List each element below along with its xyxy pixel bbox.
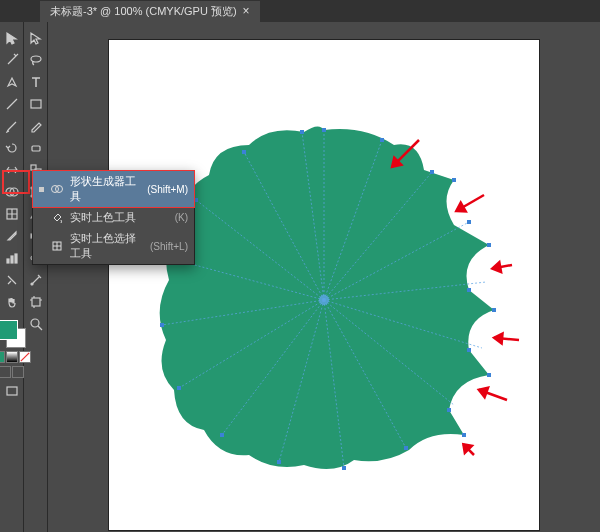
gradient-mode[interactable] [6, 351, 18, 363]
selection-tool[interactable] [2, 28, 22, 48]
toolbar-left [0, 22, 24, 532]
column-graph-tool[interactable] [2, 248, 22, 268]
rotate-tool[interactable] [2, 138, 22, 158]
symbol-sprayer-tool[interactable] [26, 270, 46, 290]
svg-point-23 [31, 319, 39, 327]
document-tab[interactable]: 未标题-3* @ 100% (CMYK/GPU 预览) × [40, 1, 260, 22]
paint-select-icon [50, 239, 64, 253]
svg-rect-60 [467, 220, 471, 224]
fill-stroke-swatch[interactable] [0, 320, 26, 348]
svg-rect-43 [380, 138, 384, 142]
svg-rect-51 [342, 466, 346, 470]
type-tool[interactable] [26, 72, 46, 92]
magic-wand-tool[interactable] [2, 50, 22, 70]
none-mode[interactable] [19, 351, 31, 363]
artboard-tool[interactable] [26, 292, 46, 312]
svg-rect-54 [177, 386, 181, 390]
svg-rect-4 [11, 256, 13, 263]
menu-label: 形状生成器工具 [70, 174, 141, 204]
svg-point-21 [31, 283, 33, 285]
pencil-tool[interactable] [26, 116, 46, 136]
direct-selection-tool[interactable] [26, 28, 46, 48]
tab-title: 未标题-3* @ 100% (CMYK/GPU 预览) [50, 4, 237, 19]
hand-tool[interactable] [2, 292, 22, 312]
menu-label: 实时上色选择工具 [70, 231, 144, 261]
close-icon[interactable]: × [243, 4, 250, 18]
zoom-tool[interactable] [26, 314, 46, 334]
svg-rect-63 [447, 408, 451, 412]
slice-tool[interactable] [2, 270, 22, 290]
svg-rect-45 [452, 178, 456, 182]
pen-tool[interactable] [2, 72, 22, 92]
svg-rect-48 [487, 373, 491, 377]
svg-rect-49 [462, 433, 466, 437]
lasso-tool[interactable] [26, 50, 46, 70]
width-tool[interactable] [2, 160, 22, 180]
svg-rect-59 [300, 130, 304, 134]
svg-rect-50 [404, 446, 408, 450]
leaf-artwork [109, 40, 539, 530]
shape-builder-icon [50, 182, 64, 196]
svg-rect-58 [242, 150, 246, 154]
eraser-tool[interactable] [26, 138, 46, 158]
menu-shortcut: (K) [175, 212, 188, 223]
mesh-tool[interactable] [2, 204, 22, 224]
fill-swatch[interactable] [0, 320, 18, 340]
svg-line-6 [20, 353, 28, 361]
menu-shortcut: (Shift+L) [150, 241, 188, 252]
artboard[interactable] [109, 40, 539, 530]
tool-flyout-menu: 形状生成器工具 (Shift+M) 实时上色工具 (K) 实时上色选择工具 (S… [32, 170, 195, 265]
toolbar-left-2 [24, 22, 48, 532]
svg-rect-22 [32, 298, 40, 306]
line-tool[interactable] [2, 94, 22, 114]
eyedropper-tool[interactable] [2, 226, 22, 246]
rectangle-tool[interactable] [26, 94, 46, 114]
color-mode[interactable] [0, 351, 5, 363]
svg-rect-46 [487, 243, 491, 247]
svg-rect-10 [32, 146, 40, 151]
svg-rect-5 [15, 254, 17, 263]
svg-rect-9 [31, 100, 41, 108]
menu-item-live-paint-select[interactable]: 实时上色选择工具 (Shift+L) [33, 228, 194, 264]
menu-item-live-paint[interactable]: 实时上色工具 (K) [33, 207, 194, 228]
draw-normal[interactable] [0, 366, 11, 378]
menu-label: 实时上色工具 [70, 210, 169, 225]
svg-point-41 [319, 295, 329, 305]
svg-rect-62 [467, 348, 471, 352]
paintbrush-tool[interactable] [2, 116, 22, 136]
screen-mode[interactable] [2, 381, 22, 401]
menu-item-shape-builder[interactable]: 形状生成器工具 (Shift+M) [33, 171, 194, 207]
svg-rect-52 [277, 460, 281, 464]
svg-rect-53 [220, 433, 224, 437]
svg-rect-42 [322, 128, 326, 132]
shape-builder-tool[interactable] [2, 182, 22, 202]
svg-rect-3 [7, 259, 9, 263]
svg-rect-55 [160, 323, 164, 327]
active-dot-icon [39, 187, 44, 192]
svg-rect-44 [430, 170, 434, 174]
svg-rect-61 [467, 288, 471, 292]
menu-shortcut: (Shift+M) [147, 184, 188, 195]
draw-behind[interactable] [12, 366, 24, 378]
svg-rect-47 [492, 308, 496, 312]
svg-rect-7 [7, 387, 17, 395]
paint-bucket-icon [50, 211, 64, 225]
